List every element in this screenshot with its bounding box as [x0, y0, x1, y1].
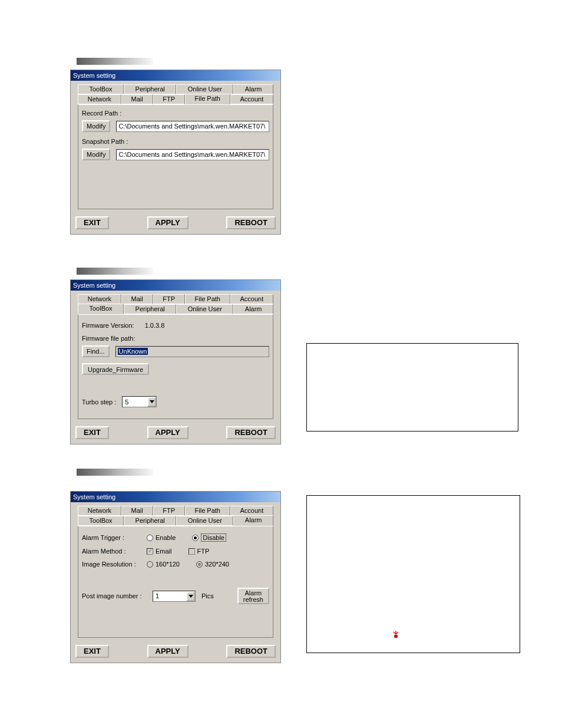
tab-row-back: Network Mail FTP File Path Account: [75, 294, 276, 304]
tab-panel: Record Path : Modify C:\Documents and Se…: [78, 104, 273, 209]
system-setting-dialog-filepath: System setting ToolBox Peripheral Online…: [70, 70, 281, 235]
tab-row-front: Network Mail FTP File Path Account: [75, 94, 276, 104]
tab-row-front: ToolBox Peripheral Online User Alarm: [75, 304, 276, 314]
firmware-path-field[interactable]: UnKnown: [115, 346, 269, 357]
tab-panel: Alarm Trigger : Enable Disable Alarm Met…: [78, 526, 273, 638]
image-resolution-label: Image Resolution :: [82, 561, 141, 568]
tab-mail[interactable]: Mail: [121, 94, 153, 104]
tab-online-user[interactable]: Online User: [176, 516, 233, 526]
tab-row-back: Network Mail FTP File Path Account: [75, 506, 276, 516]
tab-toolbox[interactable]: ToolBox: [78, 84, 124, 94]
radio-res-160x120[interactable]: 160*120: [147, 561, 180, 568]
reboot-button[interactable]: REBOOT: [226, 216, 276, 229]
modify-snapshot-button[interactable]: Modify: [82, 149, 110, 160]
dialog-footer: EXIT APPLY REBOOT: [71, 641, 280, 663]
tab-peripheral[interactable]: Peripheral: [124, 516, 176, 526]
firmware-path-value: UnKnown: [118, 348, 148, 355]
post-image-value: 1: [153, 592, 186, 599]
section-gradient: [77, 268, 153, 275]
apply-button[interactable]: APPLY: [147, 426, 189, 439]
explanation-box-alarm: [306, 495, 520, 653]
firmware-path-label: Firmware file path:: [82, 335, 269, 342]
tab-network[interactable]: Network: [78, 94, 121, 104]
modify-record-button[interactable]: Modify: [82, 120, 110, 132]
tab-mail[interactable]: Mail: [121, 294, 153, 304]
tab-alarm[interactable]: Alarm: [233, 84, 273, 94]
tab-peripheral[interactable]: Peripheral: [124, 84, 176, 94]
apply-button[interactable]: APPLY: [147, 645, 189, 658]
firmware-version-label: Firmware Version:: [82, 322, 134, 329]
svg-rect-0: [394, 635, 398, 638]
tab-peripheral[interactable]: Peripheral: [124, 304, 176, 314]
tab-network[interactable]: Network: [78, 506, 121, 516]
tab-account[interactable]: Account: [230, 294, 273, 304]
exit-button[interactable]: EXIT: [75, 645, 109, 658]
section-gradient: [77, 58, 153, 65]
upgrade-firmware-button[interactable]: Upgrade_Firmware: [82, 363, 149, 375]
turbo-step-label: Turbo step :: [82, 398, 116, 406]
tab-account[interactable]: Account: [230, 94, 273, 104]
alarm-method-label: Alarm Method :: [82, 548, 141, 555]
explanation-box: [306, 343, 518, 431]
tab-mail[interactable]: Mail: [121, 506, 153, 516]
radio-res-320x240[interactable]: 320*240: [196, 561, 229, 568]
record-path-label: Record Path :: [82, 110, 269, 117]
dialog-footer: EXIT APPLY REBOOT: [71, 423, 280, 444]
tab-toolbox[interactable]: ToolBox: [78, 304, 124, 314]
tab-row-back: ToolBox Peripheral Online User Alarm: [75, 84, 276, 94]
tab-network[interactable]: Network: [78, 294, 121, 304]
tab-account[interactable]: Account: [230, 506, 273, 516]
exit-button[interactable]: EXIT: [75, 216, 109, 229]
post-image-number-select[interactable]: 1: [153, 591, 196, 602]
dialog-footer: EXIT APPLY REBOOT: [71, 213, 280, 234]
turbo-step-select[interactable]: 5: [122, 396, 157, 407]
section-gradient: [77, 469, 153, 476]
tab-file-path[interactable]: File Path: [185, 294, 230, 304]
record-path-field[interactable]: C:\Documents and Settings\mark.wen.MARKE…: [116, 121, 269, 132]
snapshot-path-field[interactable]: C:\Documents and Settings\mark.wen.MARKE…: [116, 149, 269, 160]
titlebar: System setting: [71, 70, 280, 81]
titlebar: System setting: [71, 492, 280, 502]
tab-panel: Firmware Version: 1.0.3.8 Firmware file …: [78, 314, 273, 419]
snapshot-path-label: Snapshot Path :: [82, 138, 269, 145]
tab-ftp[interactable]: FTP: [153, 94, 185, 104]
reboot-button[interactable]: REBOOT: [226, 426, 276, 439]
tab-file-path[interactable]: File Path: [185, 506, 230, 516]
exit-button[interactable]: EXIT: [75, 426, 109, 439]
alarm-icon: [391, 630, 401, 639]
tab-online-user[interactable]: Online User: [176, 84, 233, 94]
radio-enable[interactable]: Enable: [147, 534, 176, 541]
alarm-refresh-button[interactable]: Alarm refresh: [237, 588, 269, 604]
tab-ftp[interactable]: FTP: [153, 294, 185, 304]
apply-button[interactable]: APPLY: [147, 216, 189, 229]
post-image-number-label: Post image number :: [82, 592, 147, 599]
tab-alarm[interactable]: Alarm: [233, 304, 273, 314]
reboot-button[interactable]: REBOOT: [226, 645, 276, 658]
alarm-trigger-label: Alarm Trigger :: [82, 534, 141, 541]
dropdown-arrow-icon: [147, 397, 156, 407]
find-button[interactable]: Find...: [82, 345, 110, 357]
dropdown-arrow-icon: [186, 591, 195, 601]
tab-online-user[interactable]: Online User: [176, 304, 233, 314]
tab-row-front: ToolBox Peripheral Online User Alarm: [75, 516, 276, 526]
checkbox-ftp[interactable]: FTP: [189, 548, 210, 555]
titlebar: System setting: [71, 280, 280, 291]
system-setting-dialog-alarm: System setting Network Mail FTP File Pat…: [70, 491, 281, 663]
system-setting-dialog-toolbox: System setting Network Mail FTP File Pat…: [70, 279, 281, 444]
tab-ftp[interactable]: FTP: [153, 506, 185, 516]
pics-label: Pics: [201, 592, 214, 599]
tab-file-path[interactable]: File Path: [185, 94, 230, 104]
firmware-version-value: 1.0.3.8: [145, 322, 165, 329]
radio-disable[interactable]: Disable: [192, 533, 226, 542]
checkbox-email[interactable]: ✓Email: [147, 548, 172, 555]
tab-alarm[interactable]: Alarm: [233, 515, 273, 526]
turbo-step-value: 5: [123, 398, 147, 406]
tab-toolbox[interactable]: ToolBox: [78, 516, 124, 526]
